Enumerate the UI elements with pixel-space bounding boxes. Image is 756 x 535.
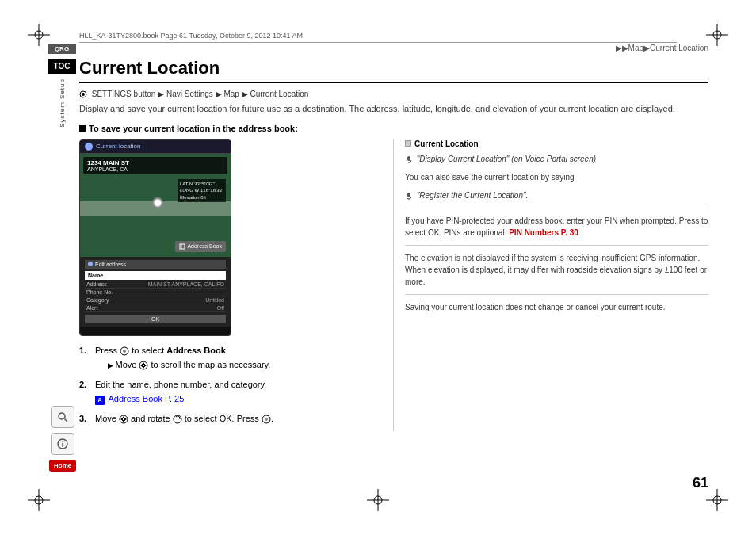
- edit-name-field[interactable]: Name: [85, 271, 226, 280]
- confirm-icon: [262, 415, 271, 424]
- voice-note-text: You can also save the current location b…: [405, 173, 575, 182]
- bottom-left-icons: i Home: [49, 406, 76, 472]
- right-pin-note: If you have PIN-protected your address b…: [405, 215, 708, 239]
- description: Display and save your current location f…: [79, 103, 708, 115]
- steps-list: 1. Press to select Address Book. Move: [79, 344, 380, 426]
- svg-point-24: [123, 350, 126, 353]
- joystick-icon: [119, 415, 128, 424]
- edit-phone-row: Phone No.: [85, 289, 226, 296]
- press-icon: [120, 346, 129, 356]
- page-number: 61: [693, 475, 708, 491]
- search-icon: [56, 411, 69, 423]
- info-icon: i: [56, 438, 69, 450]
- edit-alert-row: Alert Off: [85, 304, 226, 312]
- map-address-box: 1234 MAIN ST ANYPLACE, CA: [83, 157, 227, 174]
- right-elevation-note: The elevation is not displayed if the sy…: [405, 252, 708, 288]
- svg-text:i: i: [62, 441, 64, 449]
- voice-register-text: "Register the Current Location".: [417, 191, 529, 200]
- svg-rect-38: [407, 156, 410, 161]
- edit-alert-value: Off: [217, 305, 224, 311]
- map-coords: LAT N 33°50'47" LONG W 118°18'33" Elevat…: [178, 179, 226, 202]
- page-title: Current Location: [79, 58, 708, 83]
- corner-mark-bl: [28, 489, 50, 511]
- location-marker: [152, 197, 163, 208]
- svg-line-16: [65, 419, 68, 422]
- svg-rect-40: [407, 193, 410, 197]
- svg-point-20: [82, 93, 85, 96]
- edit-phone-label: Phone No.: [86, 289, 113, 295]
- edit-address-title-text: Edit address: [95, 262, 126, 267]
- svg-marker-33: [120, 418, 123, 421]
- corner-mark-br: [706, 489, 728, 511]
- map-street: 1234 MAIN ST: [87, 159, 223, 166]
- section-heading: To save your current location in the add…: [79, 124, 708, 133]
- step-1-number: 1.: [79, 344, 90, 372]
- right-section-title: Current Location: [405, 139, 708, 148]
- step-2-content: Edit the name, phone number, and categor…: [95, 378, 380, 406]
- address-book-link[interactable]: Address Book P. 25: [108, 394, 184, 403]
- pin-link-text: PIN Numbers: [509, 228, 559, 237]
- screen-top-text: Current location: [96, 143, 140, 150]
- step-1-content: Press to select Address Book. Move: [95, 344, 380, 372]
- edit-alert-label: Alert: [86, 305, 97, 311]
- svg-marker-29: [144, 364, 147, 367]
- edit-address-panel: Edit address Name Address MAIN ST ANYPLA…: [80, 257, 231, 327]
- step-3-number: 3.: [79, 412, 90, 426]
- step-1: 1. Press to select Address Book. Move: [79, 344, 380, 372]
- step-2: 2. Edit the name, phone number, and cate…: [79, 378, 380, 406]
- pin-link[interactable]: PIN Numbers P. 30: [509, 228, 578, 237]
- info-icon-button[interactable]: i: [51, 433, 74, 455]
- screen-top-bar: Current location: [80, 140, 231, 154]
- edit-address-value: MAIN ST ANYPLACE, CALIFO: [148, 281, 224, 287]
- device-screenshot: Current location 1234 MAIN ST ANYPLACE, …: [79, 139, 231, 336]
- voice-intro-text: "Display Current Location" (on Voice Por…: [417, 155, 596, 163]
- map-city: ANYPLACE, CA: [87, 166, 223, 172]
- edit-address-label: Address: [86, 281, 107, 287]
- ok-button[interactable]: OK: [85, 315, 226, 323]
- step-3-content: Move and rotate to: [95, 412, 380, 426]
- step-2-main-text: Edit the name, phone number, and categor…: [95, 380, 266, 389]
- map-lat: LAT N 33°50'47": [180, 181, 223, 187]
- breadcrumb: ▶▶Map▶Current Location: [616, 44, 708, 52]
- divider-3: [405, 294, 708, 295]
- corner-mark-tl: [28, 24, 50, 46]
- right-save-note: Saving your current location does not ch…: [405, 301, 708, 313]
- step-1-sub: Move to scroll the map as necessary.: [108, 358, 380, 372]
- svg-point-15: [59, 413, 65, 419]
- microphone-icon-2: [405, 192, 413, 200]
- section-heading-text: To save your current location in the add…: [89, 124, 298, 133]
- nav-path-text: SETTINGS button ▶ Navi Settings ▶ Map ▶ …: [92, 90, 309, 98]
- right-column: Current Location "Display Current Locati…: [393, 139, 708, 432]
- rotate-icon: [173, 415, 182, 424]
- toc-badge[interactable]: TOC: [48, 59, 76, 74]
- step-1-main-text: Press to select Address Book.: [95, 346, 228, 355]
- address-book-btn-label: Address Book: [187, 243, 222, 249]
- right-voice-note: You can also save the current location b…: [405, 171, 708, 183]
- edit-address-title: Edit address: [85, 260, 226, 269]
- step-2-number: 2.: [79, 378, 90, 406]
- qrg-badge: QRG: [48, 44, 76, 54]
- file-info-bar: HLL_KA-31TY2800.book Page 61 Tuesday, Oc…: [79, 30, 677, 43]
- search-icon-button[interactable]: [51, 406, 74, 428]
- edit-category-label: Category: [86, 297, 109, 303]
- pin-link-ref: P. 30: [561, 228, 578, 237]
- divider-1: [405, 208, 708, 208]
- svg-point-37: [265, 418, 268, 421]
- edit-address-row: Address MAIN ST ANYPLACE, CALIFO: [85, 281, 226, 289]
- move-icon: [139, 361, 148, 370]
- left-column: Current location 1234 MAIN ST ANYPLACE, …: [79, 139, 380, 432]
- settings-icon: [79, 90, 87, 98]
- home-button[interactable]: Home: [49, 460, 76, 472]
- right-section-title-text: Current Location: [414, 139, 479, 148]
- center-bottom-mark: [367, 489, 389, 511]
- right-voice-register: "Register the Current Location".: [405, 189, 708, 201]
- microphone-icon: [405, 155, 413, 163]
- divider-2: [405, 245, 708, 246]
- book-icon: [179, 243, 185, 250]
- file-info-text: HLL_KA-31TY2800.book Page 61 Tuesday, Oc…: [79, 32, 303, 40]
- svg-marker-34: [124, 418, 127, 421]
- corner-mark-tr: [706, 24, 728, 46]
- two-column-layout: Current location 1234 MAIN ST ANYPLACE, …: [79, 139, 708, 432]
- address-book-button[interactable]: Address Book: [175, 241, 226, 252]
- svg-marker-28: [140, 364, 143, 367]
